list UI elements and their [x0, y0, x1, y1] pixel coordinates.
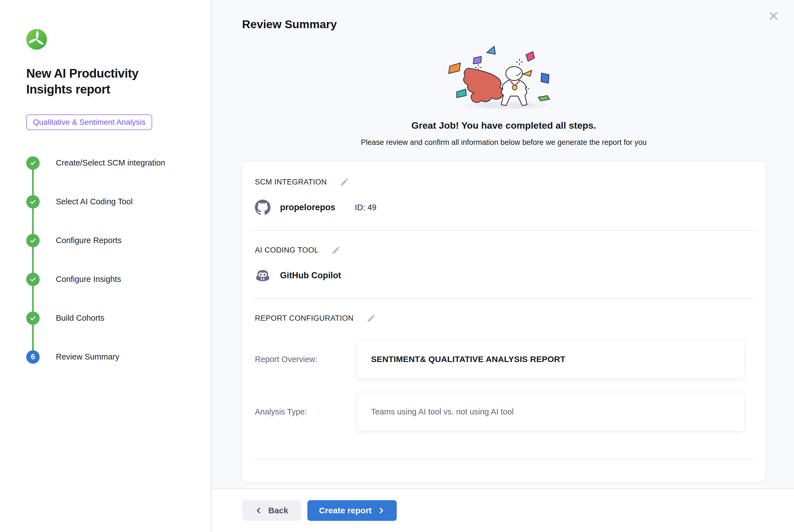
back-button[interactable]: Back	[242, 500, 301, 521]
step-complete-check-icon	[26, 311, 40, 325]
scm-integration-name: propelorepos	[280, 202, 335, 212]
edit-scm-pencil-icon[interactable]	[340, 177, 349, 187]
report-wizard-window: New AI Productivity Insights report Qual…	[0, 0, 794, 532]
step-complete-check-icon	[26, 273, 40, 286]
step-label: Configure Reports	[56, 236, 121, 245]
wizard-footer: Back Create report	[212, 489, 794, 532]
edit-report-pencil-icon[interactable]	[366, 314, 376, 323]
step-number: 6	[31, 353, 35, 361]
create-report-button[interactable]: Create report	[307, 500, 397, 521]
scm-integration-label: SCM INTEGRATION	[255, 178, 327, 187]
page-title: Review Summary	[242, 18, 337, 31]
congrats-title: Great Job! You have completed all steps.	[242, 120, 765, 131]
step-configure-reports[interactable]: Configure Reports	[26, 234, 200, 247]
step-complete-check-icon	[26, 234, 40, 247]
scm-integration-id: ID: 49	[355, 203, 376, 212]
review-summary-content: Great Job! You have completed all steps.…	[242, 31, 765, 482]
github-copilot-icon	[255, 268, 270, 283]
scm-integration-section-header: SCM INTEGRATION	[242, 161, 765, 187]
report-overview-value-box: SENTIMENT& QUALITATIVE ANALYSIS REPORT	[357, 340, 744, 379]
step-configure-insights[interactable]: Configure Insights	[26, 273, 200, 286]
congrats-subtitle: Please review and confirm all informatio…	[242, 138, 765, 147]
step-select-ai-coding-tool[interactable]: Select AI Coding Tool	[26, 195, 200, 209]
ai-coding-tool-row: GitHub Copilot	[242, 255, 765, 298]
step-label: Create/Select SCM integration	[56, 158, 165, 168]
step-complete-check-icon	[26, 195, 40, 209]
report-overview-value: SENTIMENT& QUALITATIVE ANALYSIS REPORT	[371, 355, 565, 364]
wizard-title: New AI Productivity Insights report	[26, 65, 174, 97]
github-octocat-icon	[255, 200, 270, 215]
create-report-button-label: Create report	[319, 506, 372, 515]
report-overview-row: Report Overview: SENTIMENT& QUALITATIVE …	[255, 340, 753, 379]
report-configuration-label: REPORT CONFIGURATION	[255, 314, 354, 323]
step-label: Select AI Coding Tool	[56, 197, 133, 206]
step-current-number-badge: 6	[26, 350, 40, 364]
wizard-sidebar: New AI Productivity Insights report Qual…	[0, 0, 211, 532]
step-label: Configure Insights	[56, 275, 121, 284]
ai-coding-tool-section-header: AI CODING TOOL	[242, 231, 765, 255]
analysis-type-label: Analysis Type:	[255, 407, 357, 416]
back-button-label: Back	[268, 506, 288, 515]
analysis-type-badge: Qualitative & Sentiment Analysis	[26, 114, 152, 130]
section-divider	[252, 459, 755, 460]
celebration-superhero-illustration	[434, 41, 574, 113]
step-create-select-scm[interactable]: Create/Select SCM integration	[26, 156, 200, 170]
edit-tool-pencil-icon[interactable]	[332, 245, 341, 255]
report-configuration-section-header: REPORT CONFIGURATION	[242, 299, 765, 323]
scm-integration-row: propelorepos ID: 49	[242, 187, 765, 230]
analysis-type-value-box: Teams using AI tool vs. not using AI too…	[357, 392, 744, 431]
analysis-type-row: Analysis Type: Teams using AI tool vs. n…	[255, 392, 753, 431]
chevron-right-icon	[377, 507, 385, 514]
propeller-logo-icon	[26, 29, 47, 50]
analysis-type-value: Teams using AI tool vs. not using AI too…	[371, 407, 514, 416]
step-complete-check-icon	[26, 156, 40, 170]
chevron-left-icon	[255, 507, 263, 514]
review-summary-panel: Review Summary	[212, 0, 794, 532]
report-overview-label: Report Overview:	[255, 355, 357, 364]
summary-card: SCM INTEGRATION propelorepos ID: 49 AI C…	[242, 161, 765, 482]
ai-coding-tool-name: GitHub Copilot	[280, 270, 341, 281]
ai-coding-tool-label: AI CODING TOOL	[255, 246, 319, 254]
step-review-summary[interactable]: 6 Review Summary	[26, 350, 200, 364]
close-icon[interactable]	[767, 10, 780, 22]
step-list: Create/Select SCM integration Select AI …	[26, 156, 200, 364]
step-build-cohorts[interactable]: Build Cohorts	[26, 311, 200, 325]
step-label: Review Summary	[56, 352, 119, 361]
step-label: Build Cohorts	[56, 314, 105, 323]
step-connector-line	[32, 163, 34, 357]
